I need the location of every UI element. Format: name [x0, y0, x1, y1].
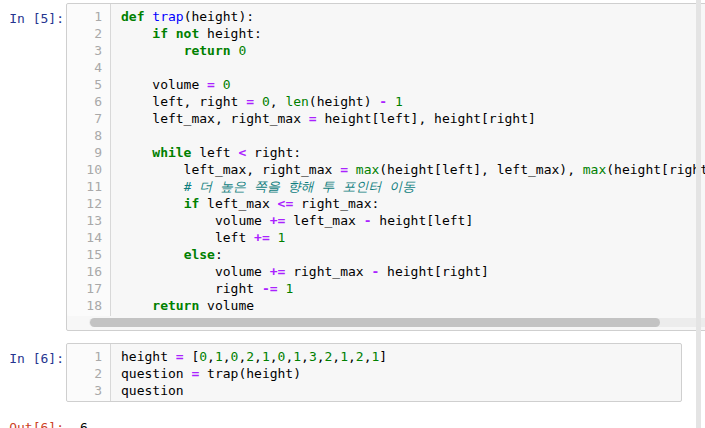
line-number: 5	[67, 76, 102, 93]
code-line: volume += left_max - height[left]	[121, 212, 705, 229]
code-line: else:	[121, 246, 705, 263]
line-number: 8	[67, 127, 102, 144]
code-line: def trap(height):	[121, 8, 705, 25]
code-content[interactable]: height = [0,1,0,2,1,0,1,3,2,1,2,1]questi…	[111, 344, 681, 401]
line-number: 12	[67, 195, 102, 212]
code-line: volume += right_max - height[right]	[121, 263, 705, 280]
line-number: 6	[67, 93, 102, 110]
line-number: 4	[67, 59, 102, 76]
line-number: 9	[67, 144, 102, 161]
code-editor-5[interactable]: 123456789101112131415161718 def trap(hei…	[66, 3, 705, 331]
code-line: # 더 높은 쪽을 향해 투 포인터 이동	[121, 178, 705, 195]
code-cell-in6: In [6]: 123 height = [0,1,0,2,1,0,1,3,2,…	[0, 343, 705, 402]
line-number: 1	[67, 8, 102, 25]
output-cell: Out[6]: 6	[0, 412, 705, 428]
code-line: height = [0,1,0,2,1,0,1,3,2,1,2,1]	[121, 348, 677, 365]
line-number: 17	[67, 280, 102, 297]
code-line: while left < right:	[121, 144, 705, 161]
page-scrollbar-track[interactable]	[696, 0, 701, 428]
code-line: if left_max <= right_max:	[121, 195, 705, 212]
line-number-gutter: 123456789101112131415161718	[67, 4, 111, 316]
line-number: 2	[67, 365, 102, 382]
code-line: volume = 0	[121, 76, 705, 93]
line-number: 15	[67, 246, 102, 263]
code-line: question = trap(height)	[121, 365, 677, 382]
code-line	[121, 59, 705, 76]
horizontal-scrollbar-thumb[interactable]	[90, 318, 660, 327]
input-prompt-5: In [5]:	[0, 3, 66, 27]
code-line: return volume	[121, 297, 705, 314]
line-number: 16	[67, 263, 102, 280]
output-value: 6	[66, 412, 88, 428]
code-line: return 0	[121, 42, 705, 59]
code-line: left_max, right_max = height[left], heig…	[121, 110, 705, 127]
code-content[interactable]: def trap(height): if not height: return …	[111, 4, 705, 316]
line-number: 11	[67, 178, 102, 195]
code-cell-in5: In [5]: 123456789101112131415161718 def …	[0, 3, 705, 331]
line-number: 3	[67, 382, 102, 399]
line-number: 3	[67, 42, 102, 59]
input-prompt-6: In [6]:	[0, 343, 66, 367]
line-number: 1	[67, 348, 102, 365]
code-line: right -= 1	[121, 280, 705, 297]
code-line: left, right = 0, len(height) - 1	[121, 93, 705, 110]
code-line: left_max, right_max = max(height[left], …	[121, 161, 705, 178]
line-number: 2	[67, 25, 102, 42]
line-number-gutter: 123	[67, 344, 111, 401]
line-number: 13	[67, 212, 102, 229]
code-line: left += 1	[121, 229, 705, 246]
code-line: question	[121, 382, 677, 399]
horizontal-scrollbar-track[interactable]	[89, 318, 705, 327]
line-number: 10	[67, 161, 102, 178]
line-number: 14	[67, 229, 102, 246]
line-number: 18	[67, 297, 102, 314]
code-line: if not height:	[121, 25, 705, 42]
editor-body: 123 height = [0,1,0,2,1,0,1,3,2,1,2,1]qu…	[67, 344, 681, 401]
code-editor-6[interactable]: 123 height = [0,1,0,2,1,0,1,3,2,1,2,1]qu…	[66, 343, 682, 402]
editor-body: 123456789101112131415161718 def trap(hei…	[67, 4, 705, 316]
line-number: 7	[67, 110, 102, 127]
notebook: In [5]: 123456789101112131415161718 def …	[0, 0, 705, 428]
code-line	[121, 127, 705, 144]
output-prompt: Out[6]:	[0, 412, 66, 428]
